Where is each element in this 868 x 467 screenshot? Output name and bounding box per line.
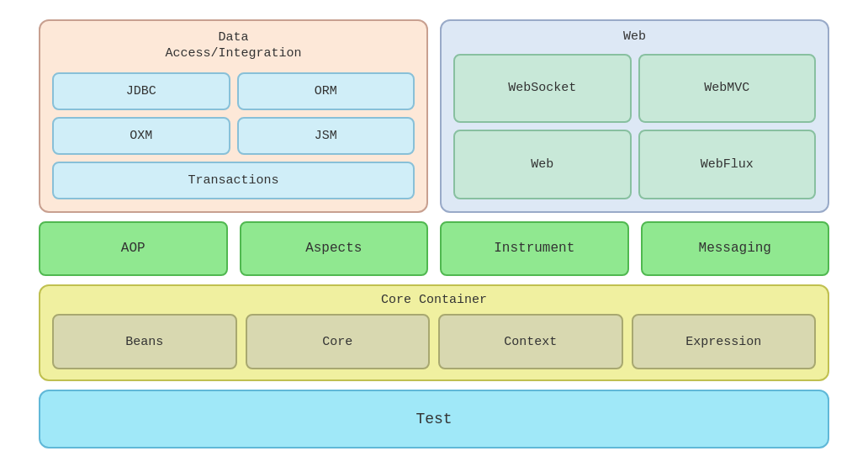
test-label: Test xyxy=(415,411,452,427)
beans-cell: Beans xyxy=(52,314,237,369)
web-grid: WebSocket WebMVC Web WebFlux xyxy=(453,54,816,199)
aop-cell: AOP xyxy=(39,221,228,276)
web-cell-item: Web xyxy=(453,130,632,199)
webmvc-cell: WebMVC xyxy=(638,54,817,124)
aspects-cell: Aspects xyxy=(240,221,429,276)
row-top: Data Access/Integration JDBC ORM OXM JSM… xyxy=(39,19,829,213)
websocket-cell: WebSocket xyxy=(453,54,632,124)
test-box: Test xyxy=(39,390,829,448)
core-grid: Beans Core Context Expression xyxy=(52,314,816,369)
expression-cell: Expression xyxy=(632,314,817,369)
spring-framework-diagram: Data Access/Integration JDBC ORM OXM JSM… xyxy=(30,11,838,457)
row-middle: AOP Aspects Instrument Messaging xyxy=(39,221,829,276)
jdbc-cell: JDBC xyxy=(52,72,230,110)
context-cell: Context xyxy=(438,314,623,369)
data-access-box: Data Access/Integration JDBC ORM OXM JSM… xyxy=(39,19,428,213)
instrument-cell: Instrument xyxy=(440,221,629,276)
web-box: Web WebSocket WebMVC Web WebFlux xyxy=(440,19,829,213)
da-grid: JDBC ORM OXM JSM Transactions xyxy=(52,72,415,199)
orm-cell: ORM xyxy=(237,72,415,110)
core-container-title: Core Container xyxy=(52,293,816,307)
data-access-title: Data Access/Integration xyxy=(52,29,415,62)
core-container-box: Core Container Beans Core Context Expres… xyxy=(39,284,829,381)
core-cell-item: Core xyxy=(246,314,431,369)
jsm-cell: JSM xyxy=(237,117,415,155)
transactions-cell: Transactions xyxy=(52,162,415,199)
web-title: Web xyxy=(453,29,816,44)
webflux-cell: WebFlux xyxy=(638,130,817,199)
messaging-cell: Messaging xyxy=(641,221,830,276)
oxm-cell: OXM xyxy=(52,117,230,155)
